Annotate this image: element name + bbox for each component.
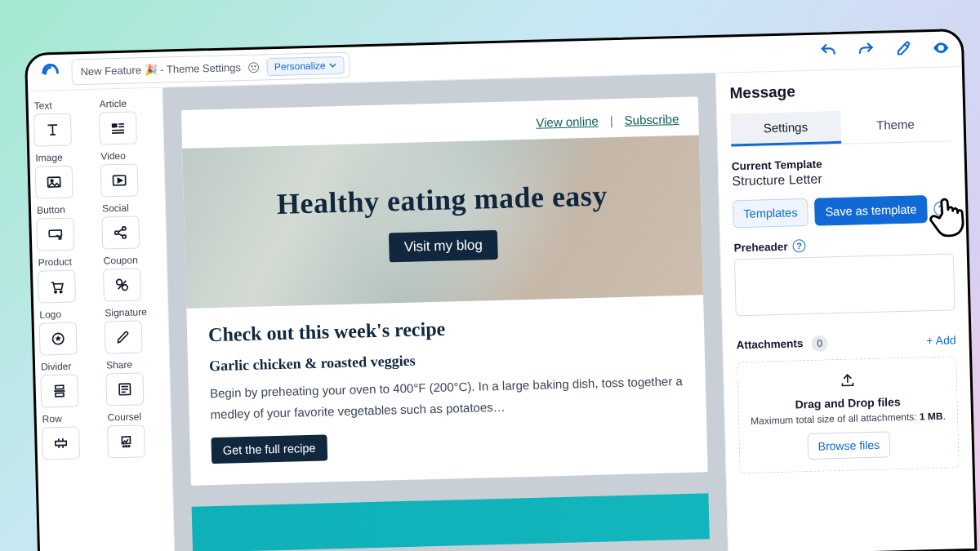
secondary-image-block[interactable] <box>192 493 710 551</box>
logo-block-icon <box>50 331 67 348</box>
svg-point-1 <box>252 65 252 66</box>
undo-icon[interactable] <box>819 41 838 63</box>
palette-label: Text <box>34 100 52 112</box>
attachments-dropzone[interactable]: Drag and Drop files Maximum total size o… <box>737 356 959 473</box>
svg-rect-21 <box>56 385 64 389</box>
preview-eye-icon[interactable] <box>932 38 951 60</box>
email-canvas: View online | Subscribe Healthy eating m… <box>163 73 728 551</box>
save-as-template-button[interactable]: Save as template <box>814 195 928 226</box>
subject-line-field[interactable]: New Feature 🎉 - Theme Settings Personali… <box>71 51 350 85</box>
coupon-block[interactable] <box>103 268 141 301</box>
side-panel-tabs: Settings Theme <box>730 108 951 147</box>
recipe-cta-button[interactable]: Get the full recipe <box>211 434 327 464</box>
palette-label: Logo <box>39 309 61 321</box>
emoji-picker-icon[interactable] <box>247 60 261 73</box>
add-attachment-link[interactable]: + Add <box>926 333 956 347</box>
svg-point-18 <box>117 279 122 285</box>
article-block[interactable] <box>99 111 137 144</box>
chevron-down-icon <box>328 60 336 69</box>
email-card: View online | Subscribe Healthy eating m… <box>181 96 708 485</box>
svg-point-2 <box>255 65 256 66</box>
signature-block-icon <box>115 329 132 346</box>
palette-label: Product <box>38 256 73 269</box>
palette-label: Social <box>102 202 129 215</box>
svg-rect-5 <box>118 123 124 125</box>
social-block-icon <box>113 224 130 242</box>
palette-label: Signature <box>105 306 147 318</box>
carousel-block-icon <box>118 433 135 451</box>
signature-block[interactable] <box>105 320 143 353</box>
svg-point-19 <box>122 285 127 291</box>
email-body: Check out this week's recipe Garlic chic… <box>186 295 707 485</box>
svg-point-3 <box>939 46 942 49</box>
carousel-block[interactable] <box>107 424 145 458</box>
preheader-label: Preheader <box>733 240 787 254</box>
palette-label: Button <box>37 204 65 216</box>
svg-point-10 <box>51 180 53 182</box>
row-block-icon <box>52 435 69 452</box>
row-block[interactable] <box>42 426 80 460</box>
svg-point-17 <box>60 291 61 292</box>
svg-point-0 <box>249 62 259 72</box>
help-icon[interactable]: ? <box>792 239 805 252</box>
text-block-icon <box>44 122 61 139</box>
svg-point-27 <box>126 446 127 447</box>
svg-point-28 <box>128 446 130 447</box>
tab-theme[interactable]: Theme <box>840 108 951 144</box>
side-panel-title: Message <box>729 78 949 102</box>
personalize-button[interactable]: Personalize <box>267 56 345 75</box>
side-panel: Message Settings Theme Current Template … <box>715 67 974 551</box>
share-block[interactable] <box>105 372 144 406</box>
separator: | <box>610 113 613 127</box>
image-block[interactable] <box>35 166 74 199</box>
svg-rect-7 <box>112 130 124 131</box>
divider-block[interactable] <box>40 374 78 407</box>
palette-label: Row <box>42 413 62 425</box>
palette-label: Coursel <box>108 411 142 423</box>
recipe-title[interactable]: Garlic chicken & roasted veggies <box>209 345 684 375</box>
image-block-icon <box>46 174 63 191</box>
hero-image[interactable]: Healthy eating made easy Visit my blog <box>182 135 703 309</box>
editor-window: New Feature 🎉 - Theme Settings Personali… <box>24 29 977 551</box>
tab-settings[interactable]: Settings <box>730 111 841 147</box>
social-block[interactable] <box>101 216 140 249</box>
palette-label: Image <box>35 152 63 164</box>
product-block[interactable] <box>38 269 76 303</box>
help-icon[interactable]: ? <box>933 201 948 216</box>
browse-files-button[interactable]: Browse files <box>807 431 890 460</box>
button-block[interactable] <box>36 217 74 251</box>
coupon-block-icon <box>114 277 131 294</box>
article-block-icon <box>109 120 127 137</box>
video-block-icon <box>111 172 128 189</box>
subscribe-link[interactable]: Subscribe <box>624 112 679 127</box>
logo-block[interactable] <box>39 322 78 355</box>
palette-label: Article <box>99 98 127 110</box>
svg-rect-4 <box>112 123 118 127</box>
svg-rect-12 <box>49 230 61 237</box>
brush-icon[interactable] <box>894 39 913 61</box>
text-block[interactable] <box>33 113 72 147</box>
hero-title: Healthy eating made easy <box>276 178 608 221</box>
hero-cta-button[interactable]: Visit my blog <box>389 230 497 262</box>
attachments-count: 0 <box>812 335 829 352</box>
dropzone-subtext: Maximum total size of all attachments: 1… <box>751 411 946 427</box>
palette-label: Share <box>106 359 132 371</box>
top-actions <box>819 38 951 63</box>
dropzone-title: Drag and Drop files <box>750 394 945 412</box>
redo-icon[interactable] <box>857 40 875 62</box>
view-online-link[interactable]: View online <box>536 114 599 130</box>
palette-label: Video <box>100 150 126 162</box>
svg-point-16 <box>55 291 56 293</box>
blocks-palette: TextArticleImageVideoButtonSocialProduct… <box>28 88 175 551</box>
svg-rect-8 <box>112 132 124 134</box>
preheader-input[interactable] <box>734 253 956 316</box>
product-block-icon <box>48 278 65 295</box>
section-heading[interactable]: Check out this week's recipe <box>208 312 684 346</box>
video-block[interactable] <box>100 163 139 197</box>
recipe-body-text[interactable]: Begin by preheating your oven to 400°F (… <box>210 371 685 424</box>
templates-button[interactable]: Templates <box>733 198 808 228</box>
share-block-icon <box>117 381 134 398</box>
palette-label: Divider <box>41 361 72 373</box>
brand-logo-icon <box>38 60 62 84</box>
svg-rect-24 <box>56 441 66 445</box>
